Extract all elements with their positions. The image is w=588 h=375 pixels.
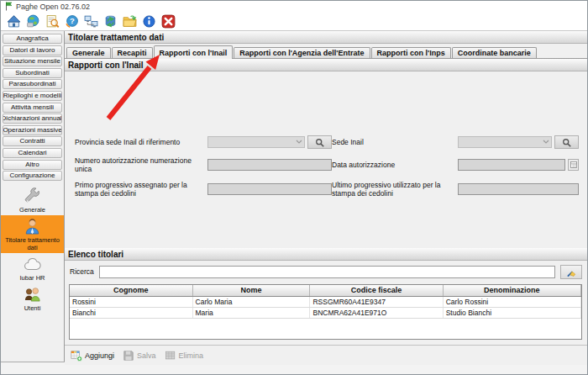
sidebar-item-label: Utenti [24,304,41,312]
cell-cognome: Rossini [70,296,192,307]
numero-autorizzazione-input[interactable] [207,159,332,171]
web-icon[interactable] [24,13,41,29]
sync-database-icon[interactable] [102,13,118,29]
column-header-denominazione[interactable]: Denominazione [443,285,580,296]
sidebar-item-situazione-mensile[interactable]: Situazione mensile [3,56,62,66]
column-header-nome[interactable]: Nome [192,285,310,296]
sidebar-item-label: Generale [19,206,45,214]
sidebar-item-subordinati[interactable]: Subordinati [3,68,62,78]
salva-button[interactable]: Salva [123,350,156,362]
clear-search-button[interactable] [560,265,582,279]
exit-icon[interactable] [160,13,176,29]
person-icon [24,218,41,235]
action-bar: Aggiungi Salva Elimina [65,345,587,365]
tab-strip: Generale Recapiti Rapporti con l'Inail R… [65,44,587,59]
provincia-inail-label: Provincia sede Inail di riferimento [75,138,207,146]
magnifier-icon [315,138,324,147]
ricerca-label: Ricerca [70,267,94,276]
sidebar-item-utenti[interactable]: Utenti [1,283,64,314]
sidebar-item-iubar-hr[interactable]: Iubar HR [1,253,64,283]
network-icon[interactable] [82,13,99,29]
sidebar-item-generale[interactable]: Generale [1,185,64,215]
tab-rapporti-agenzia-entrate[interactable]: Rapporti con l'Agenzia dell'Entrate [234,47,370,58]
window-title: Paghe Open 02.76.02 [16,3,90,11]
sidebar: Anagrafica Datori di lavoro Situazione m… [1,31,65,362]
chevron-down-icon [296,140,302,145]
provincia-inail-combo[interactable] [207,136,305,148]
ultimo-progressivo-input[interactable] [458,183,579,195]
cell-nome: Maria [192,307,310,318]
search-row: Ricerca [65,261,587,283]
main-panel: Titolare trattamento dati Generale Recap… [65,31,587,362]
provincia-inail-search-button[interactable] [307,135,332,149]
tab-rapporti-con-inail[interactable]: Rapporti con l'Inail [154,45,234,59]
cell-nome: Carlo Maria [192,296,310,307]
wrench-icon [24,188,41,205]
titolari-table: Cognome Nome Codice fiscale Denominazion… [69,284,582,340]
rapporti-inail-form: Provincia sede Inail di riferimento Sede… [65,71,587,248]
sidebar-item-configurazione[interactable]: Configurazione [3,171,62,181]
app-window: Paghe Open 02.76.02 ? [0,0,588,375]
sidebar-item-dichiarazioni-annuali[interactable]: Dichiarazioni annuali [3,114,62,124]
elimina-button[interactable]: Elimina [165,350,204,362]
open-folder-icon[interactable] [121,13,138,29]
elenco-titolari-title: Elenco titolari [65,248,587,261]
sidebar-item-titolare-trattamento-dati[interactable]: Titolare trattamento dati [1,215,64,253]
sede-inail-label: Sede Inail [332,138,458,146]
sidebar-item-attivita-mensili[interactable]: Attività mensili [3,103,62,113]
chevron-down-icon [543,140,549,145]
ultimo-progressivo-label: Ultimo progressivo utilizzato per la sta… [332,181,458,198]
sede-inail-combo[interactable] [458,136,552,148]
table-header-row: Cognome Nome Codice fiscale Denominazion… [70,285,581,296]
calendar-icon [570,161,577,168]
cell-cognome: Bianchi [70,307,192,318]
svg-text:?: ? [70,16,75,25]
primo-progressivo-input[interactable] [207,183,332,195]
section-title: Rapporti con l'Inail [65,59,587,71]
main-toolbar: ? [1,12,587,31]
cloud-icon [24,256,41,273]
column-header-codice-fiscale[interactable]: Codice fiscale [310,285,443,296]
delete-row-icon [165,350,176,362]
numero-autorizzazione-label: Numero autorizzazione numerazione unica [75,156,207,173]
table-row[interactable]: Rossini Carlo Maria RSSGMR60A41E9347 Car… [70,296,581,307]
sidebar-item-datori-di-lavoro[interactable]: Datori di lavoro [3,45,62,55]
info-icon[interactable] [140,13,157,29]
date-picker-button[interactable] [568,159,579,171]
app-flag-icon [5,2,13,11]
table-row[interactable]: Bianchi Maria BNCMRA62A41E971O Studio Bi… [70,307,581,318]
sidebar-config-section: Generale Titolare trattamento dati Iubar… [1,185,64,314]
ricerca-input[interactable] [99,266,555,278]
title-bar: Paghe Open 02.76.02 [1,1,587,12]
broom-icon [566,267,577,277]
tab-rapporti-con-inps[interactable]: Rapporti con l'Inps [371,47,451,58]
home-icon[interactable] [5,13,22,29]
help-icon[interactable]: ? [63,13,80,29]
aggiungi-button[interactable]: Aggiungi [71,350,114,362]
tab-coordinate-bancarie[interactable]: Coordinate bancarie [452,47,537,58]
add-row-icon [71,350,82,362]
tab-recapiti[interactable]: Recapiti [112,47,153,58]
sidebar-item-parasubordinati[interactable]: Parasubordinati [3,79,62,89]
sidebar-item-altro[interactable]: Altro [3,160,62,170]
sidebar-item-riepiloghi-e-modelli[interactable]: Riepiloghi e modelli [3,91,62,101]
sidebar-item-anagrafica[interactable]: Anagrafica [3,34,62,44]
cell-codice-fiscale: BNCMRA62A41E971O [310,307,443,318]
data-autorizzazione-input[interactable] [458,159,565,171]
magnifier-icon [562,138,571,147]
data-autorizzazione-label: Data autorizzazione [332,161,458,169]
column-header-cognome[interactable]: Cognome [70,285,192,296]
users-icon [24,286,41,304]
sede-inail-search-button[interactable] [554,135,579,149]
sidebar-item-contratti[interactable]: Contratti [3,136,62,146]
tab-generale[interactable]: Generale [66,47,111,58]
sidebar-item-calendari[interactable]: Calendari [3,148,62,158]
save-icon [123,350,134,362]
sidebar-item-label: Titolare trattamento dati [2,236,63,251]
page-title: Titolare trattamento dati [65,31,587,44]
print-preview-icon[interactable] [44,13,60,29]
cell-denominazione: Studio Bianchi [443,307,580,318]
sidebar-item-operazioni-massive[interactable]: Operazioni massive [3,125,62,135]
primo-progressivo-label: Primo progressivo assegnato per la stamp… [75,181,207,198]
cell-denominazione: Carlo Rossini [443,296,580,307]
